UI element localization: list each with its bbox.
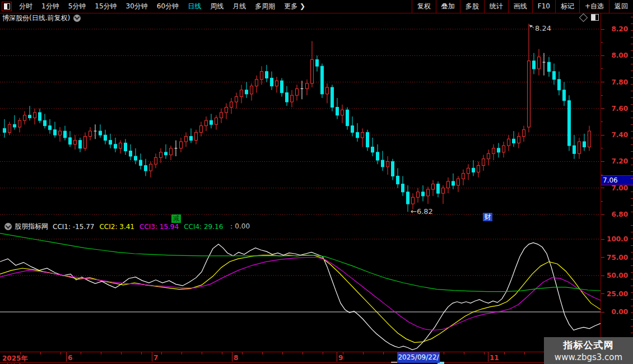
selected-date-badge[interactable]: 2025/09/22/一	[397, 352, 440, 363]
axis-minor-tick	[631, 138, 633, 138]
price-axis-label: 7.80	[611, 78, 628, 86]
axis-minor-tick	[601, 122, 603, 122]
price-axis-label: 7.20	[611, 157, 628, 165]
axis-tick	[601, 257, 604, 258]
axis-minor-tick	[631, 279, 633, 279]
axis-minor-tick	[631, 111, 633, 111]
axis-minor-tick	[631, 192, 633, 192]
cci-extra-value: ：0.00	[228, 222, 250, 231]
axis-minor-tick	[631, 118, 633, 118]
timeframe-多周期[interactable]: 多周期	[250, 0, 280, 13]
axis-minor-tick	[631, 124, 633, 125]
action-多股[interactable]: 多股	[460, 0, 484, 13]
window-layout-icon[interactable]	[2, 2, 12, 11]
axis-tick	[601, 276, 604, 276]
axis-tick	[601, 135, 604, 136]
time-axis-minor-tick	[302, 352, 303, 354]
indicator-axis-label: 100.0	[607, 235, 628, 243]
axis-minor-tick	[631, 158, 633, 158]
price-axis-label: 7.00	[611, 184, 628, 192]
time-axis-minor-tick	[141, 352, 142, 354]
action-统计[interactable]: 统计	[484, 0, 508, 13]
action-+自选[interactable]: +自选	[579, 0, 609, 13]
axis-minor-tick	[631, 312, 633, 313]
svg-text:8.24: 8.24	[535, 24, 551, 32]
axis-tick	[601, 239, 604, 240]
timeframe-更多 ❯[interactable]: 更多 ❯	[280, 0, 310, 13]
timeframe-日线[interactable]: 日线	[183, 0, 206, 13]
indicator-axis-label: 75.00	[607, 254, 628, 262]
time-axis-label: 11	[490, 354, 499, 362]
time-axis-minor-tick	[161, 352, 162, 354]
axis-minor-tick	[631, 178, 633, 179]
axis-tick	[601, 312, 604, 312]
time-axis-tick	[66, 352, 67, 362]
cci-value-CCI4: CCI4: 29.16	[184, 223, 223, 231]
action-复权[interactable]: 复权	[412, 0, 436, 13]
time-axis-tick	[488, 352, 488, 362]
timeframe-5分钟[interactable]: 5分钟	[64, 0, 91, 13]
axis-minor-tick	[631, 97, 633, 98]
action-返回[interactable]: 返回	[609, 0, 633, 13]
reduce-holdings-badge[interactable]: 减	[171, 214, 181, 223]
time-axis-minor-tick	[383, 352, 384, 354]
axis-minor-tick	[631, 24, 633, 24]
cci-indicator-chart[interactable]	[0, 221, 601, 352]
axis-minor-tick	[631, 259, 633, 259]
axis-minor-tick	[631, 212, 633, 212]
axis-minor-tick	[631, 252, 633, 253]
indicator-axis-label: 0.00	[611, 308, 628, 316]
cci-value-CCI1: CCI1: -15.77	[53, 223, 94, 231]
action-叠加[interactable]: 叠加	[436, 0, 460, 13]
time-axis-minor-tick	[222, 352, 222, 354]
axis-minor-tick	[631, 272, 633, 273]
axis-tick	[601, 188, 604, 188]
action-menu: 复权叠加多股统计画线F10标记+自选返回	[412, 0, 633, 13]
axis-minor-tick	[631, 151, 633, 152]
axis-minor-tick	[631, 144, 633, 145]
indicator-chevron-down-icon[interactable]	[4, 223, 12, 230]
time-axis-minor-tick	[60, 352, 61, 354]
time-axis-minor-tick	[40, 352, 41, 354]
timeframe-15分钟[interactable]: 15分钟	[90, 0, 121, 13]
axis-minor-tick	[601, 42, 603, 43]
time-axis-minor-tick	[484, 352, 485, 354]
time-axis: 2025/09/22/一 2025年678911	[0, 352, 633, 363]
axis-minor-tick	[631, 64, 633, 64]
axis-minor-tick	[631, 265, 633, 266]
axis-minor-tick	[631, 286, 633, 286]
time-axis-label: 6	[68, 354, 72, 362]
time-axis-minor-tick	[101, 352, 101, 354]
timeframe-月线[interactable]: 月线	[228, 0, 250, 13]
watermark: 指标公式网 www.zbgs3.com	[544, 337, 633, 364]
timeframe-分时[interactable]: 分时	[15, 0, 37, 13]
axis-minor-tick	[631, 131, 633, 132]
timeframe-60分钟[interactable]: 60分钟	[152, 0, 183, 13]
time-axis-minor-tick	[181, 352, 182, 354]
timeframe-1分钟[interactable]: 1分钟	[37, 0, 64, 13]
action-F10[interactable]: F10	[532, 0, 555, 13]
timeframe-30分钟[interactable]: 30分钟	[122, 0, 152, 13]
timeframe-周线[interactable]: 周线	[206, 0, 228, 13]
axis-minor-tick	[631, 232, 633, 232]
time-axis-minor-tick	[262, 352, 263, 354]
timeframe-menu: 分时1分钟5分钟15分钟30分钟60分钟日线周线月线多周期更多 ❯	[0, 0, 310, 13]
indicator-name[interactable]: 股朋指标网	[15, 222, 48, 231]
time-axis-minor-tick	[464, 352, 464, 354]
action-画线[interactable]: 画线	[508, 0, 532, 13]
axis-minor-tick	[631, 198, 633, 199]
axis-minor-tick	[631, 77, 633, 78]
axis-minor-tick	[631, 319, 633, 320]
time-axis-tick	[152, 352, 152, 362]
price-axis-label: 7.60	[611, 105, 628, 113]
price-axis-label: 7.40	[611, 131, 628, 139]
axis-minor-tick	[631, 50, 633, 51]
cci-value-CCI3: CCI3: 15.94	[139, 223, 179, 231]
axis-minor-tick	[631, 104, 633, 105]
finance-report-badge[interactable]: 财	[483, 213, 492, 221]
candlestick-chart[interactable]: 8.24←6.82	[0, 13, 601, 221]
axis-minor-tick	[631, 37, 633, 38]
time-axis-minor-tick	[202, 352, 202, 354]
axis-minor-tick	[601, 201, 603, 202]
action-标记[interactable]: 标记	[555, 0, 579, 13]
